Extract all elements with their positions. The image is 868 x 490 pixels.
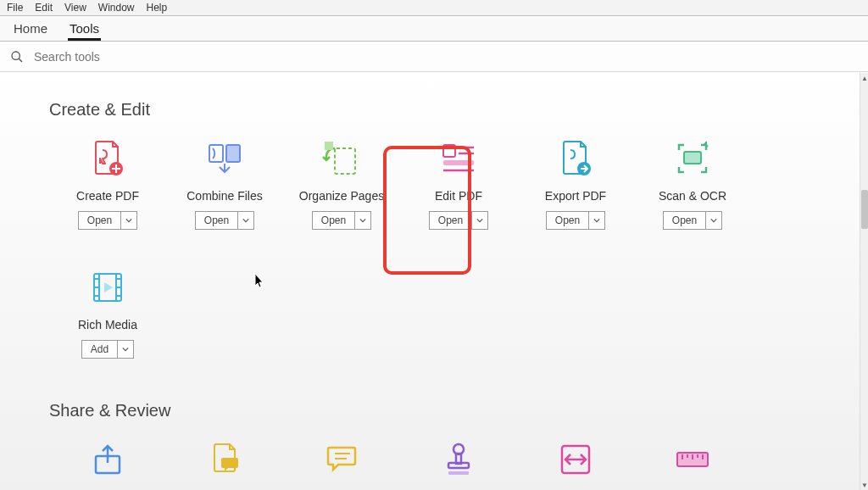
- open-button[interactable]: Open: [196, 212, 238, 229]
- tool-organize-pages[interactable]: Organize Pages Open: [283, 135, 400, 230]
- tab-home[interactable]: Home: [12, 18, 49, 41]
- export-pdf-icon: [517, 135, 634, 182]
- tool-stamp[interactable]: Stamp Add: [400, 436, 517, 490]
- dropdown-button[interactable]: [121, 212, 136, 229]
- tool-measure[interactable]: Measure Add: [634, 436, 751, 490]
- dropdown-button[interactable]: [706, 212, 721, 229]
- tabbar: Home Tools: [0, 16, 868, 42]
- tool-compare-files[interactable]: Compare Files Add: [517, 436, 634, 490]
- share-icon: [49, 436, 166, 483]
- grid-share-review: Share Add Send for Comments Open: [49, 427, 860, 490]
- tool-label: Edit PDF: [400, 189, 517, 203]
- section-title-create-edit: Create & Edit: [49, 100, 860, 120]
- tool-action-split: Open: [195, 211, 254, 230]
- tool-action-split: Open: [78, 211, 137, 230]
- tool-label: Create PDF: [49, 189, 166, 203]
- tool-combine-files[interactable]: Combine Files Open: [166, 135, 283, 230]
- tool-action-split: Add: [81, 340, 134, 359]
- tool-edit-pdf[interactable]: Edit PDF Open: [400, 135, 517, 230]
- section-title-share-review: Share & Review: [49, 401, 860, 420]
- svg-rect-6: [325, 142, 333, 150]
- svg-rect-8: [443, 160, 474, 165]
- tool-action-split: Open: [546, 211, 605, 230]
- menu-edit[interactable]: Edit: [35, 2, 53, 14]
- searchbar: [0, 42, 868, 72]
- tool-label: Export PDF: [517, 189, 634, 203]
- dropdown-button[interactable]: [589, 212, 604, 229]
- svg-rect-13: [684, 152, 701, 164]
- tool-share[interactable]: Share Add: [49, 436, 166, 490]
- comment-icon: [283, 436, 400, 483]
- dropdown-button[interactable]: [238, 212, 253, 229]
- compare-files-icon: [517, 436, 634, 483]
- svg-line-1: [19, 58, 22, 62]
- tool-rich-media[interactable]: Rich Media Add: [49, 264, 166, 359]
- menu-help[interactable]: Help: [147, 2, 168, 14]
- tab-tools[interactable]: Tools: [68, 18, 101, 41]
- tool-action-split: Open: [312, 211, 371, 230]
- open-button[interactable]: Open: [79, 212, 121, 229]
- menubar: File Edit View Window Help: [0, 0, 868, 16]
- search-icon: [10, 50, 24, 64]
- tool-create-pdf[interactable]: Create PDF Open: [49, 135, 166, 230]
- dropdown-button[interactable]: [355, 212, 370, 229]
- svg-rect-4: [226, 145, 240, 162]
- svg-rect-3: [209, 145, 223, 162]
- tool-scan-ocr[interactable]: Scan & OCR Open: [634, 135, 751, 230]
- measure-icon: [634, 436, 751, 483]
- open-button[interactable]: Open: [313, 212, 355, 229]
- content: Create & Edit Create PDF Open: [0, 73, 860, 490]
- tool-send-for-comments[interactable]: Send for Comments Open: [166, 436, 283, 490]
- combine-files-icon: [166, 135, 283, 182]
- svg-rect-28: [448, 463, 469, 468]
- send-for-comments-icon: [166, 436, 283, 483]
- open-button[interactable]: Open: [547, 212, 589, 229]
- scroll-up-icon[interactable]: ▲: [861, 74, 868, 82]
- tool-label: Scan & OCR: [634, 189, 751, 203]
- menu-file[interactable]: File: [7, 2, 23, 14]
- menu-view[interactable]: View: [64, 2, 86, 14]
- dropdown-button[interactable]: [118, 341, 133, 358]
- rich-media-icon: [49, 264, 166, 311]
- open-button[interactable]: Open: [430, 212, 472, 229]
- menu-window[interactable]: Window: [98, 2, 135, 14]
- open-button[interactable]: Open: [664, 212, 706, 229]
- tool-label: Organize Pages: [283, 189, 400, 203]
- dropdown-button[interactable]: [472, 212, 487, 229]
- scan-ocr-icon: [634, 135, 751, 182]
- vertical-scrollbar[interactable]: ▲ ▼: [860, 73, 868, 490]
- scroll-thumb[interactable]: [861, 190, 868, 229]
- create-pdf-icon: [49, 135, 166, 182]
- edit-pdf-icon: [400, 135, 517, 182]
- add-button[interactable]: Add: [82, 341, 118, 358]
- svg-point-0: [12, 52, 19, 59]
- tool-label: Rich Media: [49, 318, 166, 331]
- stamp-icon: [400, 436, 517, 483]
- svg-rect-5: [335, 148, 355, 174]
- tool-export-pdf[interactable]: Export PDF Open: [517, 135, 634, 230]
- organize-pages-icon: [283, 135, 400, 182]
- tool-comment[interactable]: Comment Open: [283, 436, 400, 490]
- tool-label: Combine Files: [166, 189, 283, 203]
- tool-action-split: Open: [429, 211, 488, 230]
- tool-action-split: Open: [663, 211, 722, 230]
- scroll-down-icon[interactable]: ▼: [861, 481, 868, 489]
- svg-rect-7: [443, 145, 455, 157]
- search-input[interactable]: [32, 49, 858, 64]
- svg-rect-29: [448, 471, 469, 475]
- grid-create-edit: Create PDF Open Combine Files Open: [49, 126, 860, 384]
